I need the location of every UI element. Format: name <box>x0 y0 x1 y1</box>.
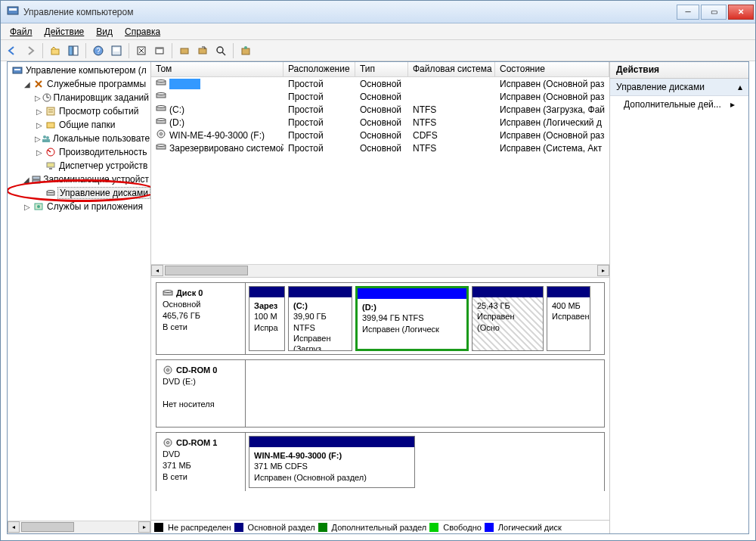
svg-point-26 <box>46 136 49 139</box>
menu-view[interactable]: Вид <box>90 25 119 39</box>
volume-list-body[interactable]: ПростойОсновнойИсправен (Основной разПро… <box>151 77 609 264</box>
partition-label: Зарез <box>254 301 277 310</box>
cdrom-0-block[interactable]: CD-ROM 0 DVD (E:) Нет носителя <box>156 359 605 428</box>
close-button[interactable]: ✕ <box>728 5 754 20</box>
svg-point-34 <box>47 191 54 193</box>
graphical-disk-view[interactable]: Диск 0 Основной 465,76 ГБ В сети Зарез10… <box>151 278 609 520</box>
cd-icon <box>163 365 173 375</box>
partition[interactable]: (D:)399,94 ГБ NTFSИсправен (Логическ <box>355 286 469 351</box>
expand-icon[interactable]: ▷ <box>35 135 41 143</box>
refresh-button[interactable] <box>133 42 150 59</box>
svg-rect-31 <box>33 176 40 179</box>
partition[interactable]: (C:)39,90 ГБ NTFSИсправен (Загруз <box>288 286 352 351</box>
scroll-thumb[interactable] <box>165 266 248 275</box>
up-button[interactable] <box>47 42 64 59</box>
menu-help[interactable]: Справка <box>119 25 166 39</box>
sidebar-hscrollbar[interactable]: ◂ ▸ <box>8 521 150 533</box>
tree-performance[interactable]: ▷ Производительность <box>8 145 150 159</box>
collapse-icon[interactable]: ▴ <box>738 82 742 92</box>
list-hscrollbar[interactable]: ◂ ▸ <box>151 264 609 277</box>
back-button[interactable] <box>4 42 20 59</box>
tree-device-manager[interactable]: ▷ Диспетчер устройств <box>8 159 150 173</box>
collapse-icon[interactable]: ◢ <box>23 80 32 89</box>
tree-utilities[interactable]: ◢ Служебные программы <box>8 77 150 91</box>
forward-button[interactable] <box>22 42 39 59</box>
actions-more[interactable]: Дополнительные дей... ▸ <box>610 96 748 113</box>
expand-icon[interactable]: ▷ <box>35 121 44 129</box>
toolbar-icon-4[interactable] <box>194 42 211 59</box>
cdrom-1-block[interactable]: CD-ROM 1 DVD 371 МБ В сети WIN-ME-4-90-3… <box>156 432 605 491</box>
titlebar[interactable]: Управление компьютером ─ ▭ ✕ <box>1 1 755 23</box>
minimize-button[interactable]: ─ <box>677 5 699 20</box>
tree-local-users[interactable]: ▷ Локальные пользовате <box>8 132 150 145</box>
tree-disk-management[interactable]: ▷ Управление дисками <box>8 186 150 200</box>
partition-label: (D:) <box>362 303 376 312</box>
svg-rect-8 <box>113 48 119 51</box>
scroll-left-icon[interactable]: ◂ <box>8 521 20 533</box>
partition-stripe <box>289 287 352 297</box>
volume-row[interactable]: ПростойОсновнойИсправен (Основной раз <box>151 77 609 90</box>
hdd-icon <box>156 77 166 90</box>
scroll-right-icon[interactable]: ▸ <box>597 265 609 276</box>
computer-icon <box>11 65 24 76</box>
scroll-right-icon[interactable]: ▸ <box>138 521 150 533</box>
partition-stripe <box>249 437 414 447</box>
disk-0-block[interactable]: Диск 0 Основной 465,76 ГБ В сети Зарез10… <box>156 282 605 355</box>
maximize-button[interactable]: ▭ <box>701 5 727 20</box>
tree-task-scheduler[interactable]: ▷ Планировщик заданий <box>8 91 150 104</box>
toolbar-icon-2[interactable] <box>151 42 168 59</box>
col-fs[interactable]: Файловая система <box>408 62 495 76</box>
partition[interactable]: 400 МБИсправен <box>547 286 590 351</box>
tree-services[interactable]: ▷ Службы и приложения <box>8 200 150 213</box>
toolbar-icon-5[interactable] <box>212 42 229 59</box>
volume-row[interactable]: (C:)ПростойОсновнойNTFSИсправен (Загрузк… <box>151 103 609 116</box>
partition-size: 399,94 ГБ NTFS <box>362 313 424 322</box>
col-type[interactable]: Тип <box>355 62 408 76</box>
volume-row[interactable]: WIN-ME-4-90-3000 (F:)ПростойОсновнойCDFS… <box>151 129 609 141</box>
svg-rect-1 <box>9 8 17 11</box>
menu-action[interactable]: Действие <box>39 25 91 39</box>
show-hide-tree-button[interactable] <box>65 42 82 59</box>
expand-icon[interactable]: ▷ <box>35 94 42 102</box>
app-window: Управление компьютером ─ ▭ ✕ Файл Действ… <box>0 0 756 541</box>
menu-file[interactable]: Файл <box>4 25 39 39</box>
volume-row[interactable]: ПростойОсновнойИсправен (Основной раз <box>151 90 609 103</box>
partition[interactable]: 25,43 ГБИсправен (Осно <box>472 286 544 351</box>
volume-row[interactable]: (D:)ПростойОсновнойNTFSИсправен (Логичес… <box>151 116 609 129</box>
toolbar: ? <box>1 40 755 61</box>
tree-root[interactable]: Управление компьютером (л <box>8 64 150 77</box>
tree-storage[interactable]: ◢ Запоминающие устройст <box>8 173 150 186</box>
toolbar-icon-1[interactable] <box>108 42 125 59</box>
volume-row[interactable]: Зарезервировано системойПростойОсновнойN… <box>151 141 609 154</box>
scroll-left-icon[interactable]: ◂ <box>151 265 163 276</box>
partition[interactable]: WIN-ME-4-90-3000 (F:) 371 МБ CDFS Исправ… <box>249 436 415 488</box>
nav-tree[interactable]: Управление компьютером (л ◢ Служебные пр… <box>8 62 150 521</box>
svg-point-14 <box>217 47 223 53</box>
partition-size: 100 М <box>254 312 277 321</box>
toolbar-icon-6[interactable] <box>237 42 254 59</box>
volume-list[interactable]: Том Расположение Тип Файловая система Со… <box>151 62 609 278</box>
actions-section[interactable]: Управление дисками ▴ <box>610 79 748 96</box>
window-title: Управление компьютером <box>23 7 675 17</box>
scroll-thumb[interactable] <box>21 522 74 532</box>
col-volume[interactable]: Том <box>151 62 284 76</box>
partition[interactable]: Зарез100 МИспра <box>249 286 285 351</box>
perf-icon <box>44 147 57 157</box>
expand-icon[interactable]: ▷ <box>35 107 44 116</box>
partition-status: Исправен (Основной раздел) <box>254 473 367 482</box>
toolbar-icon-3[interactable] <box>176 42 193 59</box>
volume-list-header[interactable]: Том Расположение Тип Файловая система Со… <box>151 62 609 77</box>
tree-shared-folders[interactable]: ▷ Общие папки <box>8 118 150 132</box>
collapse-icon[interactable]: ◢ <box>23 176 30 184</box>
tree-event-viewer[interactable]: ▷ Просмотр событий <box>8 104 150 118</box>
tools-icon <box>32 79 45 89</box>
partition-status: Исправен (Осно <box>477 312 515 331</box>
device-icon <box>44 160 57 171</box>
partition-stripe <box>358 288 466 299</box>
help-button[interactable]: ? <box>90 42 107 59</box>
col-status[interactable]: Состояние <box>495 62 609 76</box>
col-layout[interactable]: Расположение <box>284 62 355 76</box>
svg-rect-16 <box>242 48 249 54</box>
expand-icon[interactable]: ▷ <box>35 148 44 157</box>
expand-icon[interactable]: ▷ <box>23 203 32 211</box>
